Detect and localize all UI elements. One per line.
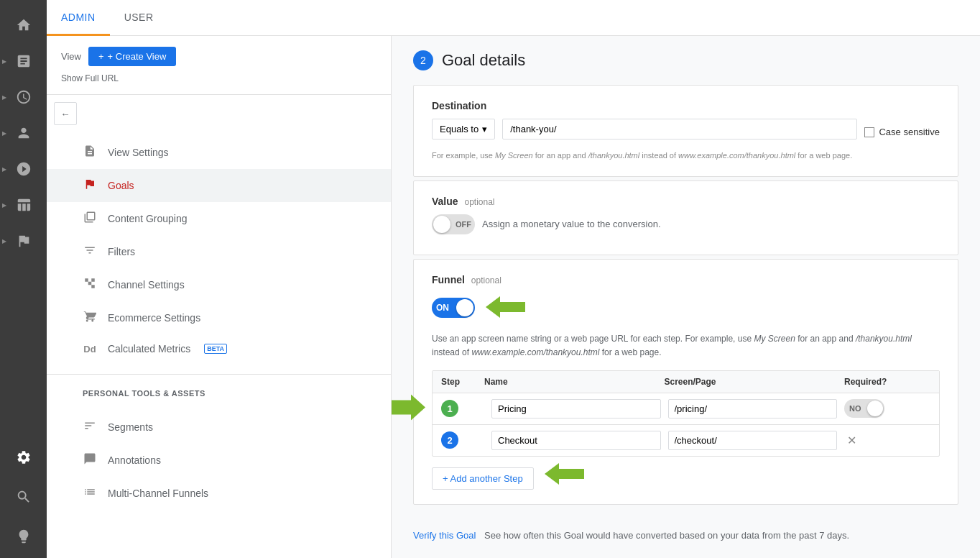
equals-to-button[interactable]: Equals to ▾ — [432, 119, 495, 140]
goal-title: Goal details — [442, 51, 525, 70]
channel-settings-icon — [83, 277, 97, 293]
steps-header: Step Name Screen/Page Required? — [433, 371, 939, 393]
funnel-toggle[interactable]: ON — [432, 298, 475, 318]
hint-italic2: /thankyou.html — [588, 151, 640, 160]
sidebar-item-multi-channel-label: Multi-Channel Funnels — [108, 488, 208, 499]
create-view-label: + Create View — [108, 51, 167, 62]
svg-marker-1 — [392, 395, 425, 421]
tab-user[interactable]: USER — [110, 0, 168, 36]
multi-channel-icon — [83, 485, 97, 501]
hint-italic3: www.example.com/thankyou.html — [678, 151, 795, 160]
funnel-optional-text: optional — [471, 275, 501, 285]
table-row: 2 ✕ — [433, 425, 939, 456]
back-arrow-icon: ← — [60, 109, 70, 119]
verify-link[interactable]: Verify this Goal — [413, 530, 476, 541]
cart-icon — [83, 310, 97, 326]
sidebar-item-ecommerce-settings[interactable]: Ecommerce Settings — [47, 301, 391, 334]
hint-italic1: My Screen — [495, 151, 533, 160]
sidebar-item-calculated-metrics[interactable]: Dd Calculated Metrics BETA — [47, 334, 391, 363]
value-label: Value optional — [432, 196, 940, 207]
view-bar: View + + Create View — [47, 36, 391, 73]
step-header-required: Required? — [844, 377, 930, 387]
tab-admin[interactable]: ADMIN — [47, 0, 110, 36]
show-full-url[interactable]: Show Full URL — [47, 73, 391, 91]
value-section: Value optional OFF Assign a monetary val… — [413, 180, 958, 255]
value-toggle-knob — [433, 216, 450, 233]
sidebar-item-filters[interactable]: Filters — [47, 235, 391, 268]
sidebar-settings-bottom-icon[interactable] — [0, 439, 47, 475]
create-view-button[interactable]: + + Create View — [88, 47, 176, 66]
step2-badge-container: 2 — [441, 431, 484, 449]
step-badge: 2 — [413, 50, 433, 70]
right-panel: 2 Goal details Destination Equals to ▾ — [392, 36, 980, 558]
beta-badge: BETA — [204, 344, 227, 354]
sidebar-item-annotations-label: Annotations — [108, 454, 161, 466]
sidebar-item-goals[interactable]: Goals — [47, 169, 391, 202]
funnel-toggle-knob — [456, 299, 473, 316]
step1-name-input[interactable] — [491, 399, 661, 418]
sidebar-item-view-settings[interactable]: View Settings — [47, 136, 391, 169]
step2-screen-input[interactable] — [668, 431, 838, 450]
step1-required-toggle[interactable]: NO — [844, 399, 884, 418]
sidebar-lightbulb-icon[interactable] — [0, 518, 47, 554]
url-input[interactable] — [502, 119, 857, 140]
case-sensitive-checkbox[interactable] — [864, 127, 874, 137]
funnel-desc-italic2: /thankyou.html — [856, 334, 912, 344]
case-sensitive-row: Case sensitive — [864, 127, 940, 137]
step1-badge-container: 1 — [441, 400, 484, 417]
svg-marker-2 — [545, 463, 584, 485]
verify-description: See how often this Goal would have conve… — [484, 530, 849, 541]
view-label: View — [61, 51, 81, 62]
sidebar-item-channel-settings[interactable]: Channel Settings — [47, 268, 391, 301]
step1-screen-input[interactable] — [668, 399, 838, 418]
step2-required-cell: ✕ — [844, 433, 930, 447]
step1-no-label: NO — [849, 404, 861, 413]
step1-required-cell: NO — [844, 399, 930, 418]
document-icon — [83, 145, 97, 160]
step2-name-input[interactable] — [491, 431, 661, 450]
back-button[interactable]: ← — [54, 102, 77, 125]
goal-details-header: 2 Goal details — [413, 50, 958, 70]
step1-no-knob — [867, 401, 883, 416]
destination-section: Destination Equals to ▾ Case sensitive — [413, 85, 958, 177]
table-row: 1 NO — [433, 393, 939, 425]
segments-icon — [83, 419, 97, 435]
funnel-arrow — [486, 293, 525, 324]
funnel-desc-italic1: My Screen — [754, 334, 795, 344]
sidebar-item-segments[interactable]: Segments — [47, 411, 391, 444]
svg-marker-0 — [486, 296, 525, 318]
destination-hint: For example, use My Screen for an app an… — [432, 150, 940, 162]
calculated-metrics-icon: Dd — [83, 344, 97, 355]
annotations-icon — [83, 452, 97, 468]
funnel-label-text: Funnel — [432, 274, 465, 285]
destination-row: Equals to ▾ — [432, 119, 857, 140]
top-nav: ADMIN USER — [47, 0, 980, 36]
sidebar-item-annotations[interactable]: Annotations — [47, 444, 391, 477]
sidebar-flag-icon[interactable] — [0, 223, 47, 259]
sidebar-item-channel-settings-label: Channel Settings — [108, 279, 185, 291]
main-container: ADMIN USER View + + Create View Show Ful… — [47, 0, 980, 558]
plus-icon: + — [98, 51, 104, 62]
sidebar-arrow-icon[interactable] — [0, 151, 47, 187]
sidebar-reports-icon[interactable] — [0, 43, 47, 79]
sidebar-table-icon[interactable] — [0, 187, 47, 223]
sidebar-item-multi-channel[interactable]: Multi-Channel Funnels — [47, 477, 391, 510]
sidebar-squiggle-icon[interactable] — [0, 479, 47, 515]
value-hint: Assign a monetary value to the conversio… — [482, 219, 661, 229]
sidebar-item-filters-label: Filters — [108, 246, 135, 257]
sidebar-person-icon[interactable] — [0, 115, 47, 151]
dropdown-arrow-icon: ▾ — [482, 124, 487, 134]
sidebar-home-icon[interactable] — [0, 7, 47, 43]
left-panel: View + + Create View Show Full URL ← — [47, 36, 392, 558]
sidebar-item-content-grouping[interactable]: Content Grouping — [47, 202, 391, 235]
add-step-button[interactable]: + Add another Step — [432, 467, 534, 490]
step2-delete-button[interactable]: ✕ — [844, 433, 859, 447]
green-arrow-right-icon — [392, 395, 425, 421]
value-toggle[interactable]: OFF — [432, 214, 475, 234]
sidebar-clock-icon[interactable] — [0, 79, 47, 115]
step1-arrow — [392, 395, 425, 423]
value-optional-text: optional — [464, 197, 494, 207]
value-toggle-row: OFF Assign a monetary value to the conve… — [432, 214, 940, 234]
funnel-label: Funnel optional — [432, 274, 940, 285]
personal-tools-header: PERSONAL TOOLS & ASSETS — [47, 378, 391, 403]
